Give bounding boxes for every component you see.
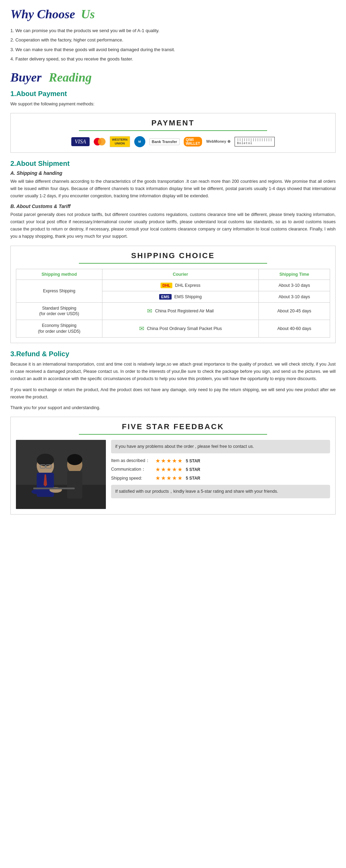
standard-courier-cell: ✉ China Post Registered Air Mail <box>102 302 259 320</box>
communication-rating: 5 STAR <box>186 467 200 472</box>
shipping-box: SHIPPING CHOICE Shipping method Courier … <box>10 246 336 343</box>
visa-logo: VISA <box>71 137 90 146</box>
feedback-right: if you have any problems about the order… <box>111 440 330 498</box>
why-item-4: 4. Faster delivery speed, so that you re… <box>10 55 336 63</box>
payment-box-title: PAYMENT <box>16 119 330 128</box>
refund-text-3: Thank you for your support and understan… <box>10 404 336 412</box>
feedback-top-bubble: if you have any problems about the order… <box>111 440 330 453</box>
dhl-time-cell: About 3-10 days <box>258 280 330 291</box>
item-described-label: Item as described： <box>111 458 153 464</box>
feedback-row-shipping: Shipping speed: ★★★★★ 5 STAR <box>111 475 330 481</box>
qiwi-logo: QIWIWALLET <box>184 137 202 147</box>
ems-time-cell: About 3-10 days <box>258 291 330 302</box>
reading-word: Reading <box>49 70 92 84</box>
about-payment-section: 1.About Payment We support the following… <box>10 90 336 153</box>
why-item-3: 3. We can make sure that these goods wil… <box>10 46 336 54</box>
dhl-label: DHL Express <box>175 283 200 288</box>
feedback-section: FIVE STAR FEEDBACK <box>10 417 336 515</box>
feedback-content: if you have any problems about the order… <box>16 440 330 509</box>
standard-time-cell: About 20-45 days <box>258 302 330 320</box>
express-method-cell: Express Shipping <box>16 280 102 302</box>
table-row: Express Shipping DHL DHL Express About 3… <box>16 280 330 291</box>
shipment-header: 2.About Shipment <box>10 160 336 168</box>
item-described-stars: ★★★★★ <box>155 457 183 464</box>
standard-courier-label: China Post Registered Air Mail <box>155 309 214 313</box>
china-post-icon-2: ✉ <box>139 325 144 332</box>
table-row: Standard Shipping(for order over USD5) ✉… <box>16 302 330 320</box>
payment-logos: VISA WESTERNUNION M Bank Transfer QIWIWA… <box>16 136 330 147</box>
mastercard-logo <box>94 138 106 145</box>
ems-badge: EMS <box>159 294 172 300</box>
why-title-blue: Why Choose <box>10 7 75 21</box>
col-method: Shipping method <box>16 269 102 280</box>
shipping-sub-a: A. Shipping & handing <box>10 170 336 176</box>
customs-sub-b: B. About Customs & Tariff <box>10 204 336 209</box>
shipping-speed-label: Shipping speed: <box>111 476 153 481</box>
why-title-green: Us <box>81 7 95 21</box>
payment-intro: We support the following payment methods… <box>10 101 336 108</box>
feedback-divider <box>79 434 267 435</box>
svg-rect-15 <box>16 440 106 509</box>
why-choose-us-section: Why Choose Us 1. We can promise you that… <box>10 7 336 63</box>
maestro-logo: M <box>134 136 145 147</box>
buyer-reading-section: Buyer Reading <box>10 70 336 85</box>
webmoney-logo: WebMoney ⊕ <box>206 139 230 144</box>
buyer-word: Buyer <box>10 70 42 84</box>
feedback-row-communication: Communication： ★★★★★ 5 STAR <box>111 466 330 473</box>
buyer-reading-title: Buyer Reading <box>10 70 336 85</box>
feedback-bottom-text: If satisfied with our products，kindly le… <box>115 489 278 494</box>
shipping-text-a: We will take different channels accordin… <box>10 178 336 200</box>
why-item-2: 2. Cooperation with the factory, higher … <box>10 36 336 44</box>
item-described-rating: 5 STAR <box>186 459 200 463</box>
refund-text-1: Because it is an international transport… <box>10 361 336 383</box>
dhl-courier-cell: DHL DHL Express <box>102 280 259 291</box>
feedback-bubble-text: if you have any problems about the order… <box>115 444 254 449</box>
economy-courier-cell: ✉ China Post Ordinary Small Packet Plus <box>102 320 259 338</box>
shipping-table: Shipping method Courier Shipping Time Ex… <box>16 269 330 338</box>
table-header-row: Shipping method Courier Shipping Time <box>16 269 330 280</box>
feedback-bottom-bubble: If satisfied with our products，kindly le… <box>111 485 330 498</box>
economy-method-cell: Economy Shipping(for order under USD5) <box>16 320 102 338</box>
communication-label: Communication： <box>111 466 153 472</box>
table-row: Economy Shipping(for order under USD5) ✉… <box>16 320 330 338</box>
shipping-speed-rating: 5 STAR <box>186 476 200 481</box>
payment-divider <box>79 130 267 131</box>
china-post-icon-1: ✉ <box>147 307 152 315</box>
mc-orange-circle <box>98 138 106 145</box>
economy-time-cell: About 40-60 days <box>258 320 330 338</box>
page-wrapper: Why Choose Us 1. We can promise you that… <box>0 0 346 525</box>
standard-method-cell: Standard Shipping(for order over USD5) <box>16 302 102 320</box>
shipping-speed-stars: ★★★★★ <box>155 475 183 481</box>
ems-courier-cell: EMS EMS Shipping <box>102 291 259 302</box>
shipping-divider <box>79 263 267 264</box>
feedback-row-item: Item as described： ★★★★★ 5 STAR <box>111 457 330 464</box>
about-shipment-section: 2.About Shipment A. Shipping & handing W… <box>10 160 336 343</box>
economy-courier-label: China Post Ordinary Small Packet Plus <box>147 326 222 331</box>
western-union-logo: WESTERNUNION <box>110 136 130 147</box>
boletol-logo: ||||||||||||||||Boletol <box>235 137 275 147</box>
dhl-badge: DHL <box>161 283 173 288</box>
communication-stars: ★★★★★ <box>155 466 183 473</box>
payment-header: 1.About Payment <box>10 90 336 98</box>
feedback-photo-svg <box>16 440 106 509</box>
ems-label: EMS Shipping <box>174 294 202 299</box>
customs-text-b: Postal parcel generally does not produce… <box>10 211 336 240</box>
why-item-1: 1. We can promise you that the products … <box>10 27 336 35</box>
payment-box: PAYMENT VISA WESTERNUNION M Bank Transfe… <box>10 113 336 153</box>
feedback-box-title: FIVE STAR FEEDBACK <box>16 422 330 431</box>
feedback-image <box>16 440 106 509</box>
col-courier: Courier <box>102 269 259 280</box>
col-time: Shipping Time <box>258 269 330 280</box>
why-list: 1. We can promise you that the products … <box>10 27 336 63</box>
bank-transfer-logo: Bank Transfer <box>149 138 180 145</box>
refund-text-2: If you want to exchange or return the pr… <box>10 386 336 401</box>
refund-policy-section: 3.Refund & Policy Because it is an inter… <box>10 350 336 412</box>
refund-header: 3.Refund & Policy <box>10 350 336 358</box>
shipping-box-title: SHIPPING CHOICE <box>16 251 330 260</box>
why-choose-us-title: Why Choose Us <box>10 7 336 21</box>
